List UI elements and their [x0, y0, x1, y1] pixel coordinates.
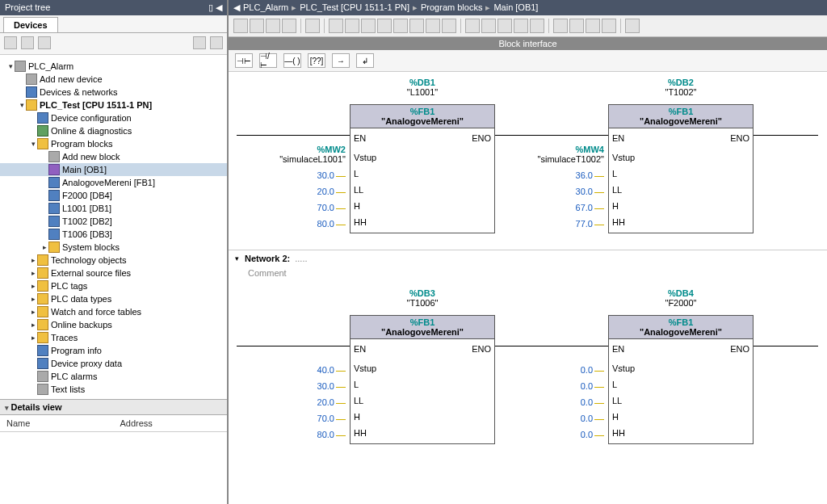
tree-item[interactable]: ▾PLC_Test [CPU 1511-1 PN] — [0, 99, 227, 111]
tree-item[interactable]: Devices & networks — [0, 86, 227, 99]
lad-box[interactable]: [??] — [308, 53, 325, 68]
tree-item[interactable]: Add new block — [0, 150, 227, 163]
tree-item[interactable]: T1002 [DB2] — [0, 215, 227, 228]
toolbar-button[interactable] — [329, 19, 343, 33]
crumb[interactable]: Main [OB1] — [493, 2, 538, 13]
tree-item[interactable]: Add new device — [0, 73, 227, 86]
tree-item[interactable]: ▾PLC_Alarm — [0, 60, 227, 73]
tree-icon — [26, 86, 37, 98]
expand-arrow-icon[interactable]: ▾ — [6, 62, 15, 70]
toolbar-button[interactable] — [465, 19, 480, 33]
toolbar-button[interactable] — [426, 19, 440, 33]
expand-arrow-icon[interactable]: ▸ — [29, 321, 37, 329]
crumb[interactable]: PLC_Alarm — [243, 2, 288, 13]
lad-contact-nc[interactable]: ⊣/⊢ — [259, 53, 277, 68]
expand-arrow-icon[interactable]: ▾ — [18, 101, 26, 109]
expand-arrow-icon[interactable]: ▸ — [29, 295, 37, 303]
tree-item[interactable]: ▸Online backups — [0, 318, 227, 331]
tree-item[interactable]: Device configuration — [0, 111, 227, 124]
tree-item[interactable]: ▸PLC data types — [0, 292, 227, 305]
ladder-canvas[interactable]: %DB1 "L1001" %FB1 "AnalogoveMereni" EN E… — [229, 72, 827, 504]
expand-arrow-icon[interactable]: ▸ — [29, 282, 37, 290]
tree-item[interactable]: AnalogoveMereni [FB1] — [0, 176, 227, 189]
toolbar-button[interactable] — [481, 19, 496, 33]
toolbar-button[interactable] — [569, 19, 584, 33]
pin-eno: ENO — [472, 133, 491, 143]
fb-instance[interactable]: %DB2 "T1002" %FB1 "AnalogoveMereni" EN E… — [608, 104, 754, 233]
toolbar-button[interactable] — [393, 19, 408, 33]
tree-item[interactable]: F2000 [DB4] — [0, 189, 227, 202]
network-comment[interactable]: Comment — [229, 267, 827, 283]
tree-label: Traces — [51, 333, 78, 342]
tree-label: Online & diagnostics — [51, 126, 132, 136]
lad-contact-no[interactable]: ⊣⊢ — [235, 53, 253, 68]
fb-instance[interactable]: %DB1 "L1001" %FB1 "AnalogoveMereni" EN E… — [350, 104, 495, 233]
toolbar-button[interactable] — [305, 19, 320, 33]
expand-arrow-icon[interactable]: ▸ — [29, 334, 37, 342]
tree-label: Technology objects — [51, 255, 127, 265]
toolbar-icon[interactable] — [193, 36, 206, 49]
expand-arrow-icon[interactable]: ▸ — [40, 243, 48, 251]
lad-coil[interactable]: —( ) — [283, 53, 301, 68]
expand-arrow-icon[interactable]: ▸ — [29, 308, 37, 316]
toolbar-button[interactable] — [530, 19, 544, 33]
tree-item[interactable]: T1006 [DB3] — [0, 228, 227, 241]
details-view-header[interactable]: Details view — [0, 399, 227, 415]
toolbar-button[interactable] — [266, 19, 280, 33]
toolbar-icon[interactable] — [4, 36, 17, 49]
toolbar-button[interactable] — [282, 19, 296, 33]
tree-item[interactable]: Device proxy data — [0, 357, 227, 370]
tree-icon — [48, 229, 60, 240]
toolbar-button[interactable] — [553, 19, 568, 33]
collapse-arrow-icon[interactable]: ▾ — [235, 254, 245, 262]
tree-item[interactable]: Text lists — [0, 383, 227, 396]
tree-item[interactable]: Main [OB1] — [0, 163, 227, 176]
toolbar-button[interactable] — [442, 19, 456, 33]
project-tree[interactable]: ▾PLC_AlarmAdd new deviceDevices & networ… — [0, 55, 227, 399]
collapse-icon[interactable]: ▯ ◀ — [208, 2, 222, 13]
toolbar-button[interactable] — [497, 19, 512, 33]
toolbar-button[interactable] — [602, 19, 616, 33]
devices-tab[interactable]: Devices — [3, 17, 58, 32]
tree-item[interactable]: ▸Watch and force tables — [0, 305, 227, 318]
tree-icon — [37, 345, 48, 356]
toolbar-button[interactable] — [586, 19, 600, 33]
toolbar-button[interactable] — [625, 19, 640, 33]
tree-item[interactable]: PLC alarms — [0, 370, 227, 383]
pin-l: L — [354, 169, 359, 178]
tree-icon — [48, 177, 60, 188]
toolbar-button[interactable] — [345, 19, 359, 33]
tree-item[interactable]: ▸PLC tags — [0, 279, 227, 292]
tree-item[interactable]: Program info — [0, 344, 227, 357]
fb-instance[interactable]: %DB3 "T1006" %FB1 "AnalogoveMereni" EN E… — [350, 315, 495, 444]
network-header[interactable]: ▾ Network 2: ..... — [229, 250, 827, 267]
expand-arrow-icon[interactable]: ▸ — [29, 256, 37, 264]
toolbar-button[interactable] — [250, 19, 264, 33]
toolbar-button[interactable] — [409, 19, 424, 33]
tree-item[interactable]: ▸Traces — [0, 331, 227, 344]
toolbar-button[interactable] — [514, 19, 528, 33]
toolbar-icon[interactable] — [21, 36, 34, 49]
crumb[interactable]: Program blocks — [421, 2, 482, 13]
crumb[interactable]: PLC_Test [CPU 1511-1 PN] — [300, 2, 409, 13]
tree-item[interactable]: ▸Technology objects — [0, 254, 227, 267]
block-interface-bar[interactable]: Block interface — [229, 37, 827, 50]
fb-instance[interactable]: %DB4 "F2000" %FB1 "AnalogoveMereni" EN E… — [608, 315, 754, 444]
lad-branch-open[interactable]: → — [332, 53, 350, 68]
expand-arrow-icon[interactable]: ▾ — [29, 140, 37, 148]
toolbar-button[interactable] — [233, 19, 248, 33]
toolbar-icon[interactable] — [210, 36, 223, 49]
tree-item[interactable]: Online & diagnostics — [0, 124, 227, 137]
toolbar-button[interactable] — [361, 19, 376, 33]
tree-item[interactable]: ▾Program blocks — [0, 137, 227, 150]
expand-arrow-icon[interactable]: ▸ — [29, 269, 37, 277]
lad-branch-close[interactable]: ↲ — [356, 53, 374, 68]
tree-item[interactable]: ▸External source files — [0, 267, 227, 279]
tree-icon — [37, 358, 48, 369]
input-tag[interactable]: %MW2 "simulaceL1001" — [261, 145, 346, 164]
tree-item[interactable]: L1001 [DB1] — [0, 202, 227, 215]
tree-item[interactable]: ▸System blocks — [0, 241, 227, 254]
toolbar-button[interactable] — [377, 19, 392, 33]
tree-icon — [37, 125, 48, 136]
toolbar-icon[interactable] — [38, 36, 51, 49]
